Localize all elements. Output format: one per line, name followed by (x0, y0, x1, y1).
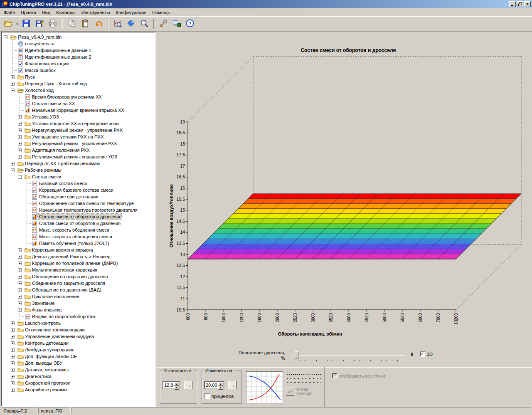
tree-expander-plus[interactable] (17, 133, 24, 140)
connect-button[interactable] (170, 18, 183, 30)
line-style-option[interactable] (287, 374, 321, 375)
open-dropdown-button[interactable]: ▼ (15, 18, 20, 30)
tree-item[interactable]: Launch-контроль (2, 320, 155, 326)
tree-item[interactable]: Обогащение при детонации (2, 193, 155, 200)
tree-expander-minus[interactable] (17, 173, 24, 180)
help-button[interactable]: ? (184, 18, 196, 30)
tree-item[interactable]: Память обучения (только J7OLT) (2, 240, 155, 247)
tree-item[interactable]: Уставка оборотов ХХ и переходные зоны (2, 120, 155, 127)
checkbox-box[interactable]: ✓ (332, 373, 337, 378)
tree-item[interactable]: Ограничение состава смеси по температуре (2, 200, 155, 207)
tree-expander-plus[interactable] (17, 247, 24, 253)
tree-expander-plus[interactable] (17, 140, 24, 147)
menu-item-4[interactable]: Инструменты (79, 9, 113, 16)
minimize-button[interactable] (509, 1, 516, 7)
menu-item-3[interactable]: Команды (53, 9, 79, 16)
compare-button[interactable] (125, 18, 137, 30)
tree-expander-plus[interactable] (17, 267, 24, 273)
tools-button[interactable] (157, 18, 170, 30)
tree-expander-plus[interactable] (17, 293, 24, 300)
close-button[interactable]: × (524, 1, 531, 7)
tree-item[interactable]: Диагностика (2, 373, 155, 380)
tree-item[interactable]: Регулируемый режим - управление УОЗ (2, 153, 155, 160)
tree-item[interactable]: Уменьшение уставки РХХ на ПХХ (2, 133, 155, 140)
tree-expander-plus[interactable] (17, 127, 24, 133)
tree-expander-plus[interactable] (17, 120, 24, 127)
tree-item[interactable]: j7esa_v0.4.9_ram.bin (2, 34, 155, 40)
tree-expander-plus[interactable] (10, 353, 17, 360)
tree-expander-plus[interactable] (17, 253, 24, 260)
percent-checkbox[interactable]: ✓ процентов (204, 393, 234, 399)
tree-item[interactable]: Состав смеси от оборотов и давления (2, 220, 155, 227)
menu-item-1[interactable]: Правка (18, 9, 39, 16)
copy-button[interactable] (66, 18, 78, 30)
tree-item[interactable]: Базовый состав смеси (2, 180, 155, 187)
tree-expander-plus[interactable] (17, 260, 24, 267)
tree-expander-plus[interactable] (10, 160, 17, 167)
tree-expander-plus[interactable] (10, 326, 17, 333)
tree-item[interactable]: Скоростной протокол (2, 380, 155, 386)
tree-expander-plus[interactable] (10, 320, 17, 326)
tree-item[interactable]: Состав смеси (2, 173, 155, 180)
tree-expander-plus[interactable] (10, 380, 17, 386)
menu-item-2[interactable]: Вид (39, 9, 53, 16)
tree-item[interactable]: Мультипликативная коррекция (2, 267, 155, 273)
tree-item[interactable]: Индекс по скорости/оборотам (2, 313, 155, 320)
tree-item[interactable]: Коррекция по топливной пленке (ДМРВ) (2, 260, 155, 267)
tree-item[interactable]: 12Время блокирования режима ХХ (2, 94, 155, 100)
tree-item[interactable]: Состав смеси на ХХ (2, 100, 155, 107)
checkbox-box[interactable]: ✓ (204, 393, 210, 399)
tree-item[interactable]: Цикловое наполнение (2, 293, 155, 300)
tree-item[interactable]: Аварийные режимы (2, 386, 155, 393)
tree-item[interactable]: Холостой ход (2, 87, 155, 94)
set-value-spinner[interactable]: ▲ ▼ (174, 382, 179, 388)
paste-button[interactable] (79, 18, 91, 30)
tree-item[interactable]: Идентификационные данные 1 (2, 47, 155, 54)
line-style-option[interactable] (287, 378, 321, 379)
tree-expander-plus[interactable] (10, 366, 17, 373)
tree-expander-plus[interactable] (17, 300, 24, 306)
tree-item[interactable]: Дельта давлений Рампа <-> Ресивер (2, 253, 155, 260)
tree-item[interactable]: Переход Пуск - Холостой ход (2, 80, 155, 87)
throttle-slider[interactable] (294, 351, 404, 362)
tree-expander-plus[interactable] (10, 80, 17, 87)
tree-item[interactable]: 12Макс. скорость обогащения смеси (2, 233, 155, 240)
tree-item[interactable]: Переход от ХХ к рабочим режимам (2, 160, 155, 167)
3d-mode-checkbox[interactable]: ✓ 3D (420, 351, 433, 357)
tree-item[interactable]: Состав смеси от оборотов и дросселя (2, 213, 155, 220)
apply-set-button[interactable]: → (184, 381, 192, 389)
tree-expander-plus[interactable] (17, 280, 24, 287)
tree-item[interactable]: Уставка УОЗ (2, 114, 155, 120)
set-value-input[interactable]: 12,8 ▲ ▼ (163, 381, 180, 389)
tree-item[interactable]: Контроль детонации (2, 340, 155, 346)
tree-item[interactable]: Фаза впрыска (2, 306, 155, 313)
tree-item[interactable]: ecusystems.ru (2, 40, 155, 47)
tree-item[interactable]: Управление давлением наддува (2, 333, 155, 340)
tree-expander-plus[interactable] (10, 340, 17, 346)
slider-groove[interactable] (294, 354, 404, 356)
tree-item[interactable]: Адаптация положения РХХ (2, 147, 155, 153)
line-style-option[interactable] (287, 382, 321, 383)
tree-item[interactable]: Маска ошибок (2, 67, 155, 74)
tree-item[interactable]: Коррекция времени впрыска (2, 247, 155, 253)
tree-item[interactable]: Отключение топливоподачи (2, 326, 155, 333)
tree-item[interactable]: Начальная коррекция времени впрыска ХХ (2, 107, 155, 114)
print-button[interactable] (47, 18, 59, 30)
mixture-3d-chart[interactable]: 1918,51817,51716,51615,51514,51413,51312… (157, 32, 532, 347)
tree-item[interactable]: Обогащение по открытию дросселя (2, 273, 155, 280)
tree-expander-minus[interactable] (10, 87, 17, 94)
save-button[interactable] (20, 18, 32, 30)
tree-expander-minus[interactable] (10, 167, 17, 173)
tree-item[interactable]: Нерегулируемый режим - управление РХХ (2, 127, 155, 133)
tree-expander-plus[interactable] (17, 273, 24, 280)
show-all-points-checkbox[interactable]: ✓ отображать все точки (332, 373, 385, 378)
tree-expander-plus[interactable] (17, 147, 24, 153)
restore-button[interactable] (517, 1, 523, 7)
zoom-button[interactable] (138, 18, 150, 30)
curve-preview-button[interactable] (246, 371, 283, 403)
tree-expander-plus[interactable] (17, 114, 24, 120)
interpolation-button[interactable] (286, 388, 294, 396)
apply-change-button[interactable]: → (228, 381, 236, 389)
tree-item[interactable]: Обеднение по закрытию дросселя (2, 280, 155, 287)
slider-thumb[interactable] (295, 351, 298, 358)
